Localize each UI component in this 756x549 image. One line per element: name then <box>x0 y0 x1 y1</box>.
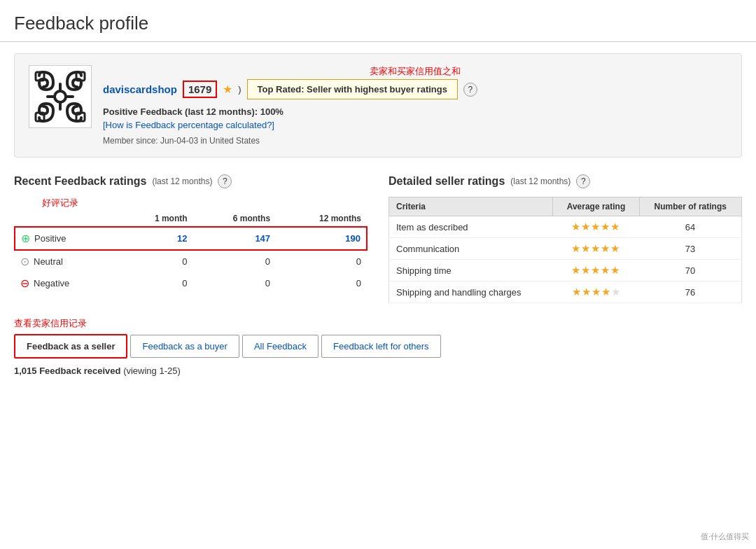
row-v3-positive: 190 <box>276 227 367 250</box>
col-criteria-header: Criteria <box>389 197 553 216</box>
annotation-positive: 好评记录 <box>42 197 78 208</box>
positive-feedback-text: Positive Feedback (last 12 months): 100% <box>103 106 727 117</box>
star-rating: ★★★★★ <box>553 216 639 238</box>
feedback-viewing: (viewing 1-25) <box>123 366 181 376</box>
rating-count: 70 <box>639 260 741 282</box>
profile-username[interactable]: daviscardshop <box>103 83 177 95</box>
row-label-negative: ⊖Negative <box>15 272 118 294</box>
positive-icon: ⊕ <box>21 232 30 245</box>
detailed-row: Shipping and handling charges ★★★★★ 76 <box>389 282 742 303</box>
row-v2-neutral: 0 <box>193 250 276 272</box>
tab-feedback-as-a-seller[interactable]: Feedback as a seller <box>14 334 127 359</box>
row-v3-neutral: 0 <box>276 250 367 272</box>
svg-rect-0 <box>32 69 88 125</box>
rating-count: 64 <box>639 216 741 238</box>
detailed-table: Criteria Average rating Number of rating… <box>388 197 742 303</box>
feedback-count-row: 1,015 Feedback received (viewing 1-25) <box>14 366 742 376</box>
profile-name-row: daviscardshop 1679 ★ ) Top Rated: Seller… <box>103 79 727 99</box>
stars-5: ★★★★★ <box>571 264 620 276</box>
feedback-calc-link[interactable]: [How is Feedback percentage calculated?] <box>103 120 274 130</box>
detailed-row: Communication ★★★★★ 73 <box>389 238 742 260</box>
help-button-detailed[interactable]: ? <box>576 174 590 188</box>
recent-ratings-title-row: Recent Feedback ratings (last 12 months)… <box>14 174 368 188</box>
profile-avatar <box>29 65 92 128</box>
row-v3-negative: 0 <box>276 272 367 294</box>
annotation-score: 卖家和买家信用值之和 <box>370 66 461 76</box>
col-6months-header: 6 months <box>193 211 276 227</box>
detailed-row: Item as described ★★★★★ 64 <box>389 216 742 238</box>
neutral-icon: ⊙ <box>20 255 29 268</box>
detailed-ratings-title: Detailed seller ratings <box>388 175 505 188</box>
detailed-ratings-title-row: Detailed seller ratings (last 12 months)… <box>388 174 742 188</box>
row-v1-negative: 0 <box>118 272 192 294</box>
recent-ratings-subtitle: (last 12 months) <box>152 176 212 186</box>
tab-feedback-as-a-buyer[interactable]: Feedback as a buyer <box>130 335 239 358</box>
help-button-badge[interactable]: ? <box>463 83 477 97</box>
tab-all-feedback[interactable]: All Feedback <box>242 335 318 358</box>
col-1month-header: 1 month <box>118 211 192 227</box>
feedback-count: 1,015 Feedback received <box>14 366 121 376</box>
feedback-tabs: Feedback as a sellerFeedback as a buyerA… <box>14 334 742 359</box>
stars-5: ★★★★★ <box>571 242 620 254</box>
criteria-label: Shipping time <box>389 260 553 282</box>
annotation-tabs: 查看卖家信用记录 <box>14 318 87 328</box>
row-label-positive: ⊕Positive <box>15 227 118 250</box>
page-header: Feedback profile <box>0 0 756 42</box>
criteria-label: Communication <box>389 238 553 260</box>
detailed-row: Shipping time ★★★★★ 70 <box>389 260 742 282</box>
rating-count: 76 <box>639 282 741 303</box>
detailed-ratings-subtitle: (last 12 months) <box>510 176 570 186</box>
star-rating: ★★★★★ <box>553 260 639 282</box>
row-v2-negative: 0 <box>193 272 276 294</box>
watermark: 值·什么值得买 <box>701 531 749 542</box>
member-since: Member since: Jun-04-03 in United States <box>103 136 727 146</box>
annotation-row: 查看卖家信用记录 <box>14 317 742 330</box>
ratings-row-negative: ⊖Negative 0 0 0 <box>15 272 367 294</box>
ratings-table: 1 month 6 months 12 months ⊕Positive 12 … <box>14 211 368 294</box>
negative-icon: ⊖ <box>20 277 29 290</box>
profile-info: 卖家和买家信用值之和 daviscardshop 1679 ★ ) Top Ra… <box>103 65 727 146</box>
top-rated-badge: Top Rated: Seller with highest buyer rat… <box>247 79 458 99</box>
stars-5: ★★★★★ <box>571 221 620 232</box>
recent-ratings-section: Recent Feedback ratings (last 12 months)… <box>14 174 368 303</box>
col-num-header: Number of ratings <box>639 197 741 216</box>
row-v1-neutral: 0 <box>118 250 192 272</box>
feedback-score-box: 1679 <box>183 81 217 98</box>
ratings-row-positive: ⊕Positive 12 147 190 <box>15 227 367 250</box>
help-button-recent[interactable]: ? <box>218 174 232 188</box>
recent-ratings-title: Recent Feedback ratings <box>14 175 146 188</box>
row-label-neutral: ⊙Neutral <box>15 250 118 272</box>
ratings-container: Recent Feedback ratings (last 12 months)… <box>14 174 742 303</box>
criteria-label: Item as described <box>389 216 553 238</box>
star-icon: ★ <box>223 83 232 96</box>
avatar-logo <box>32 69 88 125</box>
profile-card: 卖家和买家信用值之和 daviscardshop 1679 ★ ) Top Ra… <box>14 53 742 158</box>
page-title: Feedback profile <box>14 13 742 34</box>
detailed-ratings-section: Detailed seller ratings (last 12 months)… <box>388 174 742 303</box>
stars-icon: ★★★★ <box>572 286 611 298</box>
rating-count: 73 <box>639 238 741 260</box>
paren: ) <box>238 84 241 95</box>
col-label-header <box>15 211 118 227</box>
col-avg-header: Average rating <box>553 197 639 216</box>
ratings-row-neutral: ⊙Neutral 0 0 0 <box>15 250 367 272</box>
star-rating: ★★★★★ <box>553 282 639 303</box>
tab-feedback-left-for-others[interactable]: Feedback left for others <box>321 335 441 358</box>
main-content: 卖家和买家信用值之和 daviscardshop 1679 ★ ) Top Ra… <box>0 42 756 387</box>
row-v2-positive: 147 <box>193 227 276 250</box>
criteria-label: Shipping and handling charges <box>389 282 553 303</box>
col-12months-header: 12 months <box>276 211 367 227</box>
row-v1-positive: 12 <box>118 227 192 250</box>
star-rating: ★★★★★ <box>553 238 639 260</box>
